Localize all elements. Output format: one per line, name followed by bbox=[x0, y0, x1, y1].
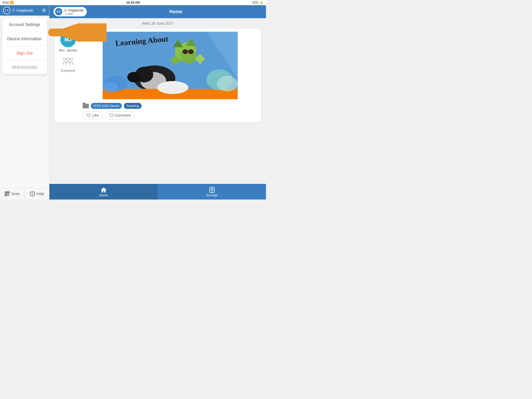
heart-icon bbox=[87, 114, 91, 117]
comment-icon bbox=[109, 114, 114, 117]
svg-rect-9 bbox=[9, 195, 10, 196]
svg-rect-8 bbox=[8, 195, 9, 195]
tab-home-label: Home bbox=[99, 194, 108, 197]
status-time: 10:28 AM bbox=[126, 1, 140, 4]
home-icon bbox=[100, 187, 107, 193]
sidebar: CV C Voigtlande ⚙ Account Settings Devic… bbox=[0, 5, 49, 200]
tag-reading[interactable]: Reading bbox=[124, 103, 142, 109]
main-content: CV C Voigtlande 1 child Home Wed, 28 Jun… bbox=[49, 5, 266, 200]
nav-title: Home bbox=[90, 9, 262, 15]
journals-icon bbox=[209, 187, 215, 193]
dropdown-menu: Account Settings Device Information Sign… bbox=[2, 18, 47, 74]
everyone-group: Everyone bbox=[61, 57, 75, 72]
post-image[interactable]: Learning About bbox=[83, 32, 258, 99]
like-button[interactable]: Like bbox=[83, 111, 103, 119]
help-label: Help bbox=[37, 192, 44, 196]
top-nav: CV C Voigtlande 1 child Home bbox=[49, 5, 266, 18]
sidebar-header: CV C Voigtlande ⚙ bbox=[0, 5, 49, 16]
sidebar-bottom: Scan ? Help bbox=[0, 188, 49, 200]
everyone-icon bbox=[63, 57, 74, 68]
svg-rect-1 bbox=[5, 192, 6, 193]
sign-out-item[interactable]: Sign Out bbox=[2, 46, 47, 61]
sidebar-avatar: CV bbox=[3, 7, 10, 14]
wifi-icon: 📶 bbox=[10, 1, 14, 4]
tab-journals-label: Journals bbox=[206, 194, 218, 197]
tab-bar: Home Journals bbox=[49, 184, 266, 200]
svg-point-12 bbox=[63, 58, 66, 61]
carrier-text: iPad bbox=[3, 1, 9, 4]
tab-home[interactable]: Home bbox=[49, 184, 158, 200]
teacher-avatar: MJ bbox=[60, 32, 76, 47]
account-settings-item[interactable]: Account Settings bbox=[2, 18, 47, 32]
svg-point-31 bbox=[103, 82, 118, 93]
post-tags: ISTE KDG Demo Reading bbox=[83, 103, 258, 109]
user-pill-name: C Voigtlande bbox=[64, 8, 84, 12]
svg-point-13 bbox=[70, 58, 73, 61]
post-container: MJ Mrs. Jacobs bbox=[55, 29, 261, 122]
svg-rect-10 bbox=[8, 195, 9, 196]
svg-rect-6 bbox=[8, 194, 8, 195]
teacher-name: Mrs. Jacobs bbox=[59, 48, 77, 52]
post-sidebar: MJ Mrs. Jacobs bbox=[58, 32, 78, 119]
like-label: Like bbox=[92, 113, 99, 117]
user-pill-sub: 1 child bbox=[64, 12, 84, 15]
status-right: 32% 🔋 bbox=[252, 1, 263, 4]
content-area: Wed, 28 June 2017 MJ Mrs. Jacobs bbox=[49, 18, 266, 184]
status-left: iPad 📶 bbox=[3, 1, 14, 4]
svg-point-14 bbox=[66, 58, 69, 61]
tab-journals[interactable]: Journals bbox=[158, 184, 266, 200]
battery-icon: 🔋 bbox=[260, 1, 263, 4]
folder-icon bbox=[83, 104, 89, 108]
comment-label: Comment bbox=[115, 113, 131, 117]
app-container: CV C Voigtlande ⚙ Account Settings Devic… bbox=[0, 5, 266, 200]
svg-point-34 bbox=[157, 81, 188, 94]
svg-point-33 bbox=[217, 76, 238, 91]
help-icon: ? bbox=[30, 191, 35, 196]
sidebar-username: C Voigtlande bbox=[12, 8, 40, 12]
everyone-label: Everyone bbox=[61, 69, 75, 72]
debug-item[interactable]: DEBUG(15200) bbox=[2, 61, 47, 74]
help-button[interactable]: ? Help bbox=[25, 188, 49, 200]
user-pill[interactable]: CV C Voigtlande 1 child bbox=[54, 7, 87, 16]
status-bar: iPad 📶 10:28 AM 32% 🔋 bbox=[0, 0, 266, 5]
svg-rect-7 bbox=[9, 194, 9, 195]
tag-iste[interactable]: ISTE KDG Demo bbox=[91, 103, 122, 109]
user-pill-info: C Voigtlande 1 child bbox=[64, 8, 84, 15]
svg-rect-3 bbox=[8, 192, 9, 193]
svg-point-28 bbox=[127, 72, 140, 82]
post-main: Learning About ISTE KDG Demo Reading bbox=[83, 32, 258, 119]
post-actions: Like Comment bbox=[83, 111, 258, 119]
device-information-item[interactable]: Device Information bbox=[2, 32, 47, 46]
svg-rect-5 bbox=[5, 195, 6, 196]
user-pill-avatar: CV bbox=[55, 8, 62, 15]
battery-text: 32% bbox=[252, 1, 258, 4]
scan-label: Scan bbox=[11, 192, 20, 196]
gear-icon[interactable]: ⚙ bbox=[42, 8, 46, 13]
scan-button[interactable]: Scan bbox=[0, 188, 25, 200]
content-date: Wed, 28 June 2017 bbox=[55, 21, 261, 25]
comment-button[interactable]: Comment bbox=[105, 111, 135, 119]
qr-icon bbox=[5, 191, 10, 196]
